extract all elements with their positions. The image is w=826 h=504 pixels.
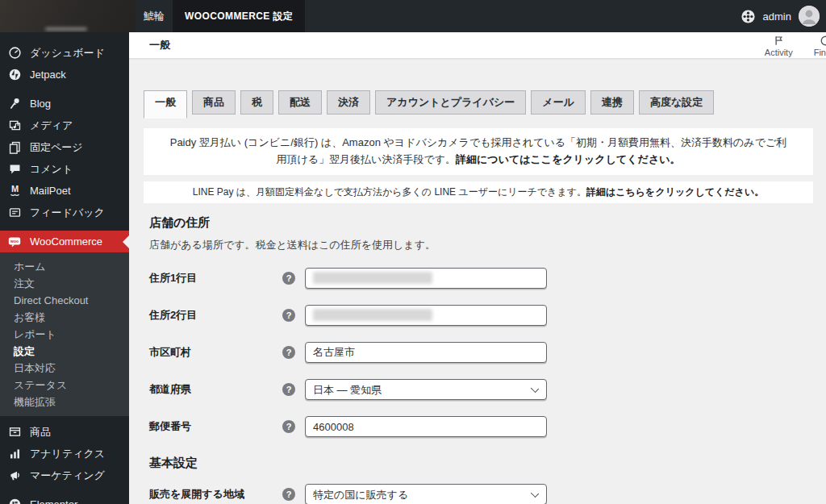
tab-payments[interactable]: 決済 <box>327 90 370 115</box>
tab-products[interactable]: 商品 <box>192 90 236 115</box>
submenu-item-status[interactable]: ステータス <box>0 377 129 394</box>
form-row-selling-location: 販売を展開する地域 ? 特定の国に販売する <box>144 476 813 504</box>
sidebar-item-elementor[interactable]: Elementor <box>0 494 129 504</box>
settings-header: 一般 Activity Finish <box>129 32 826 59</box>
postcode-input[interactable] <box>305 416 547 437</box>
submenu-item-reports[interactable]: レポート <box>0 326 129 343</box>
admin-sidebar: ダッシュボード Jetpack Blog メディア 固定ページ コメント M <box>0 0 129 504</box>
comments-icon <box>7 162 22 177</box>
sidebar-item-label: WooCommerce <box>30 235 102 248</box>
paidy-notice-link[interactable]: 詳細についてはここをクリックしてください。 <box>456 153 680 165</box>
jetpack-icon <box>7 68 22 82</box>
selling-location-label: 販売を展開する地域 <box>149 487 282 502</box>
sidebar-item-dashboard[interactable]: ダッシュボード <box>0 42 129 64</box>
submenu-item-settings[interactable]: 設定 <box>0 343 129 360</box>
prefecture-label: 都道府県 <box>149 382 282 397</box>
form-row-address1: 住所1行目 ? <box>144 260 813 297</box>
tab-emails[interactable]: メール <box>531 90 586 115</box>
sidebar-item-label: 商品 <box>30 425 51 439</box>
blurred-site-logo <box>0 0 136 32</box>
finish-setup-button[interactable]: Finish <box>814 35 826 57</box>
sidebar-item-label: 固定ページ <box>30 140 83 155</box>
prefecture-select[interactable]: 日本 — 愛知県 <box>305 379 547 400</box>
sidebar-item-label: マーケティング <box>30 469 105 483</box>
postcode-label: 郵便番号 <box>149 419 282 434</box>
sidebar-item-products[interactable]: 商品 <box>0 421 129 443</box>
dashboard-icon <box>7 46 22 60</box>
submenu-item-home[interactable]: ホーム <box>0 258 129 275</box>
submenu-item-japan-support[interactable]: 日本対応 <box>0 360 129 377</box>
sidebar-separator <box>0 486 129 494</box>
marketing-icon <box>7 469 22 483</box>
linepay-notice-text: LINE Pay は、月額固定料金なしで支払方法から多くの LINE ユーザーに… <box>193 186 586 198</box>
sidebar-item-label: Jetpack <box>30 69 66 81</box>
tab-advanced[interactable]: 高度な設定 <box>639 90 714 115</box>
activity-button[interactable]: Activity <box>765 35 793 57</box>
city-input[interactable] <box>305 342 547 363</box>
adminbar-woocommerce-settings[interactable]: WOOCOMMERCE 設定 <box>173 0 305 32</box>
tab-integration[interactable]: 連携 <box>590 90 634 115</box>
activity-label: Activity <box>765 48 793 57</box>
linepay-notice: LINE Pay は、月額固定料金なしで支払方法から多くの LINE ユーザーに… <box>144 181 813 204</box>
help-icon[interactable]: ? <box>282 346 295 359</box>
adminbar-username[interactable]: admin <box>763 10 791 23</box>
svg-text:M: M <box>10 184 18 194</box>
store-address-heading: 店舗の住所 <box>149 215 813 231</box>
form-row-postcode: 郵便番号 ? <box>144 408 813 445</box>
paidy-notice: Paidy 翌月払い (コンビニ/銀行) は、Amazon やヨドバシカメラでも… <box>144 128 813 175</box>
sidebar-item-mailpoet[interactable]: M MailPoet <box>0 180 129 202</box>
help-icon[interactable]: ? <box>282 309 295 322</box>
sidebar-item-marketing[interactable]: マーケティング <box>0 464 129 486</box>
sidebar-item-label: コメント <box>30 162 73 177</box>
form-row-city: 市区町村 ? <box>144 334 813 371</box>
sidebar-item-feedback[interactable]: フィードバック <box>0 202 129 223</box>
pages-icon <box>7 140 22 155</box>
sidebar-item-label: ダッシュボード <box>30 46 105 60</box>
sidebar-item-jetpack[interactable]: Jetpack <box>0 64 129 85</box>
sidebar-item-label: アナリティクス <box>30 447 105 461</box>
tab-general[interactable]: 一般 <box>144 90 187 119</box>
submenu-item-direct-checkout[interactable]: Direct Checkout <box>0 292 129 309</box>
sidebar-item-comments[interactable]: コメント <box>0 158 129 180</box>
sidebar-item-pages[interactable]: 固定ページ <box>0 136 129 158</box>
mailpoet-icon: M <box>7 184 22 198</box>
pin-icon <box>7 97 22 111</box>
tab-shipping[interactable]: 配送 <box>278 90 322 115</box>
adminbar-site-name[interactable]: 鯱輪 <box>144 9 165 23</box>
help-icon[interactable]: ? <box>282 488 295 501</box>
avatar[interactable] <box>799 6 820 27</box>
tab-tax[interactable]: 税 <box>240 90 273 115</box>
help-icon[interactable]: ? <box>282 272 295 285</box>
progress-circle-icon <box>820 35 826 47</box>
settings-content: 一般 商品 税 配送 決済 アカウントとプライバシー メール 連携 高度な設定 … <box>129 59 826 504</box>
elementor-icon <box>7 498 22 504</box>
general-options-heading: 基本設定 <box>149 456 813 471</box>
sidebar-separator <box>0 85 129 93</box>
sidebar-item-label: MailPoet <box>30 185 71 197</box>
sidebar-item-media[interactable]: メディア <box>0 115 129 136</box>
sidebar-item-label: Blog <box>30 98 51 110</box>
admin-bar: 鯱輪 WOOCOMMERCE 設定 admin <box>0 0 826 32</box>
sidebar-item-label: メディア <box>30 119 73 133</box>
help-icon[interactable]: ? <box>282 383 295 396</box>
store-address-form: 住所1行目 ? 住所2行目 ? 市区町村 ? <box>144 260 813 445</box>
flag-icon <box>773 35 785 47</box>
woocommerce-helper-wheel-icon[interactable] <box>740 9 756 24</box>
address2-label: 住所2行目 <box>149 308 282 323</box>
help-icon[interactable]: ? <box>282 420 295 433</box>
sidebar-item-woocommerce[interactable]: woo WooCommerce <box>0 231 129 252</box>
sidebar-item-blog[interactable]: Blog <box>0 93 129 115</box>
submenu-item-customers[interactable]: お客様 <box>0 309 129 326</box>
feedback-icon <box>7 206 22 220</box>
tab-accounts-privacy[interactable]: アカウントとプライバシー <box>375 90 526 115</box>
sidebar-item-analytics[interactable]: アナリティクス <box>0 443 129 464</box>
address1-label: 住所1行目 <box>149 271 282 285</box>
submenu-item-extensions[interactable]: 機能拡張 <box>0 394 129 410</box>
submenu-item-orders[interactable]: 注文 <box>0 275 129 292</box>
selling-location-select[interactable]: 特定の国に販売する <box>305 484 547 504</box>
redacted-value <box>313 272 432 284</box>
woocommerce-icon: woo <box>7 235 22 249</box>
woocommerce-submenu: ホーム 注文 Direct Checkout お客様 レポート 設定 日本対応 … <box>0 252 129 416</box>
finish-label: Finish <box>814 48 826 57</box>
linepay-notice-link[interactable]: 詳細はこちらをクリックしてください。 <box>586 186 764 198</box>
